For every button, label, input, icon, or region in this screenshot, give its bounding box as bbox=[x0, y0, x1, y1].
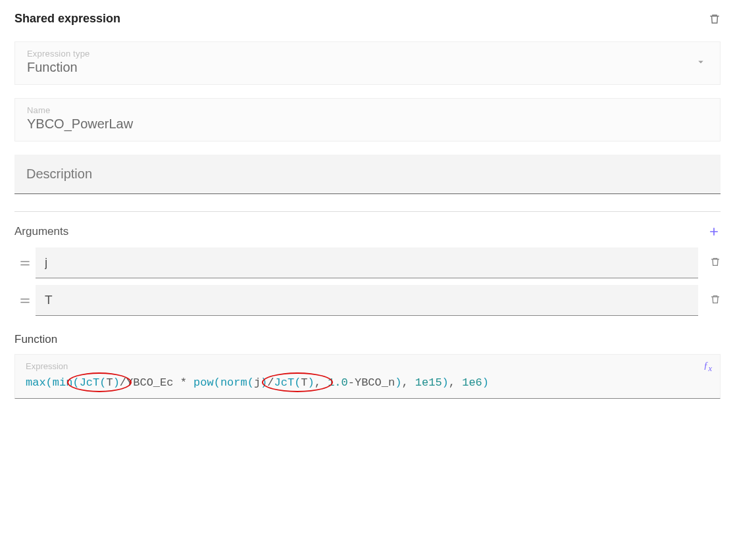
expr-token: ) bbox=[113, 376, 120, 389]
plus-icon bbox=[707, 225, 721, 238]
expr-token: ) bbox=[442, 376, 449, 389]
name-label: Name bbox=[27, 105, 708, 115]
expr-token: JcT bbox=[80, 376, 100, 389]
drag-handle-icon bbox=[18, 257, 32, 270]
drag-handle-icon bbox=[18, 294, 32, 307]
expr-token: T bbox=[301, 376, 307, 389]
header-row: Shared expression bbox=[14, 12, 721, 26]
expr-token: YBCO_Ec bbox=[126, 376, 173, 389]
expr-token: ) bbox=[395, 376, 401, 389]
expr-token: 1.0 bbox=[328, 376, 348, 389]
expr-token: , bbox=[449, 376, 462, 389]
expr-token: / bbox=[267, 376, 274, 389]
drag-handle[interactable] bbox=[14, 294, 36, 307]
expression-box[interactable]: ƒx Expression max(min(JcT(T)/YBCO_Ec * p… bbox=[14, 354, 721, 399]
expr-token: ( bbox=[99, 376, 106, 389]
expr-token: ( bbox=[46, 376, 53, 389]
expr-token: ) bbox=[261, 376, 267, 389]
expr-token: ( bbox=[214, 376, 220, 389]
argument-input[interactable] bbox=[36, 247, 698, 278]
name-field[interactable]: Name YBCO_PowerLaw bbox=[14, 98, 721, 141]
expr-token: j bbox=[254, 376, 261, 389]
expr-token: ( bbox=[247, 376, 254, 389]
argument-row bbox=[14, 285, 721, 316]
expr-token: norm bbox=[220, 376, 247, 389]
name-value: YBCO_PowerLaw bbox=[27, 116, 708, 132]
expr-token: max bbox=[26, 376, 46, 389]
expression-code[interactable]: max(min(JcT(T)/YBCO_Ec * pow(norm(j)/JcT… bbox=[26, 376, 709, 389]
arguments-label: Arguments bbox=[14, 225, 68, 238]
argument-row bbox=[14, 247, 721, 278]
expr-token: / bbox=[120, 376, 126, 389]
trash-icon bbox=[710, 256, 721, 268]
chevron-down-icon bbox=[695, 56, 707, 70]
expr-token: ) bbox=[308, 376, 315, 389]
expr-token: YBCO_n bbox=[355, 376, 395, 389]
divider bbox=[14, 211, 721, 212]
expr-token: 1e15 bbox=[415, 376, 442, 389]
expr-token: ( bbox=[294, 376, 301, 389]
trash-icon bbox=[710, 293, 721, 305]
expr-token: ) bbox=[482, 376, 489, 389]
drag-handle[interactable] bbox=[14, 257, 36, 270]
expr-token: T bbox=[106, 376, 113, 389]
fx-button[interactable]: ƒx bbox=[703, 360, 712, 374]
add-argument-button[interactable] bbox=[707, 225, 721, 238]
description-input[interactable]: Description bbox=[14, 155, 721, 194]
delete-argument-button[interactable] bbox=[710, 256, 721, 270]
expr-token: min bbox=[53, 376, 73, 389]
expression-type-label: Expression type bbox=[27, 49, 708, 59]
expr-token: pow bbox=[193, 376, 214, 389]
trash-icon bbox=[709, 13, 721, 26]
page-title: Shared expression bbox=[14, 12, 120, 26]
expr-token: - bbox=[348, 376, 355, 389]
arguments-header: Arguments bbox=[14, 225, 721, 238]
expression-type-value: Function bbox=[27, 60, 708, 75]
expr-token: ( bbox=[72, 376, 79, 389]
expression-type-select[interactable]: Expression type Function bbox=[14, 41, 721, 85]
expr-token: , bbox=[315, 376, 328, 389]
delete-expression-button[interactable] bbox=[709, 13, 721, 26]
expr-token: JcT bbox=[274, 376, 295, 389]
expr-token: 1e6 bbox=[462, 376, 482, 389]
description-placeholder: Description bbox=[26, 166, 92, 181]
expression-label: Expression bbox=[26, 361, 709, 371]
function-section-label: Function bbox=[14, 333, 721, 346]
expr-token: , bbox=[401, 376, 415, 389]
expr-token: * bbox=[173, 376, 193, 389]
delete-argument-button[interactable] bbox=[710, 293, 721, 308]
argument-input[interactable] bbox=[36, 285, 698, 316]
arguments-list bbox=[14, 247, 721, 316]
